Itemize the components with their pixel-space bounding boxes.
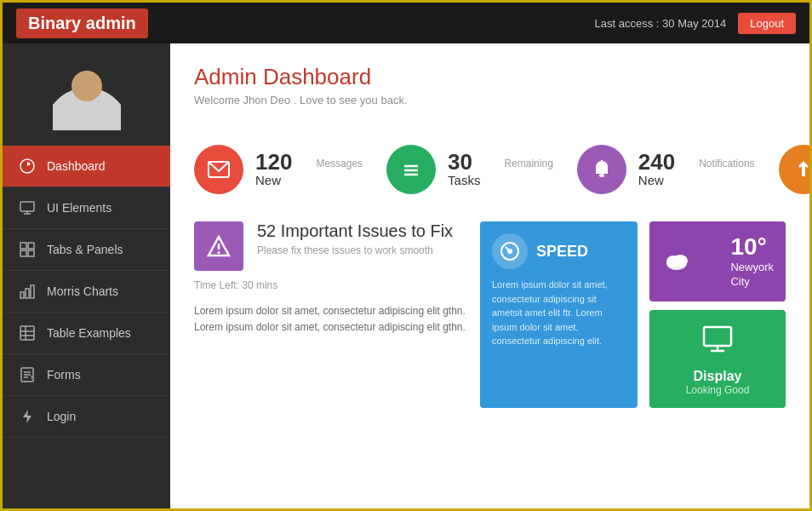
svg-rect-9 <box>20 250 26 256</box>
stat-orders: 3 Orders Pending <box>779 130 809 196</box>
speed-gauge-icon <box>492 233 528 269</box>
right-column: 10° Newyork City Display Looking Good <box>649 221 786 408</box>
sidebar-item-forms-label: Forms <box>47 368 81 382</box>
sidebar-item-dashboard[interactable]: Dashboard <box>3 146 170 187</box>
issue-subtitle: Please fix these issues to work smooth <box>257 244 453 256</box>
orders-icon-circle <box>779 145 809 194</box>
svg-rect-4 <box>20 202 34 211</box>
svg-rect-12 <box>26 289 29 298</box>
time-left: Time Left: 30 mins <box>194 279 468 291</box>
sidebar-item-forms[interactable]: Forms <box>3 354 170 396</box>
speed-header: SPEED <box>492 233 626 269</box>
dashboard-icon <box>18 157 37 175</box>
stat-messages-text: 120 New <box>255 151 292 187</box>
tabs-icon <box>18 240 37 259</box>
messages-icon-circle <box>194 145 243 194</box>
lightning-icon <box>18 407 37 426</box>
display-subtitle: Looking Good <box>686 384 750 396</box>
chart-icon <box>18 282 37 301</box>
issues-left: 52 Important Issues to Fix Please fix th… <box>194 221 468 408</box>
weather-icon <box>661 244 692 278</box>
page-title: Admin Dashboard <box>194 64 786 90</box>
sidebar-item-table-examples[interactable]: Table Examples <box>3 313 170 354</box>
header-right: Last access : 30 May 2014 Logout <box>595 13 796 34</box>
speed-title: SPEED <box>536 243 588 261</box>
messages-number: 120 <box>255 151 292 173</box>
issue-box: 52 Important Issues to Fix Please fix th… <box>194 221 468 271</box>
svg-point-37 <box>672 255 688 267</box>
display-monitor-icon <box>700 322 735 364</box>
speed-card: SPEED Lorem ipsum dolor sit amet, consec… <box>480 221 638 408</box>
weather-temp: 10° <box>730 233 774 261</box>
issue-warning-icon <box>194 221 243 271</box>
stat-tasks: 30 Tasks <box>386 130 504 196</box>
svg-rect-11 <box>20 292 24 298</box>
stat-tasks-text: 30 Tasks <box>448 151 480 187</box>
avatar <box>53 62 121 130</box>
messages-label: New <box>255 173 292 187</box>
stat-messages: 120 New <box>194 130 316 196</box>
issue-content: 52 Important Issues to Fix Please fix th… <box>257 221 453 256</box>
page-subtitle: Welcome Jhon Deo . Love to see you back. <box>194 94 786 106</box>
sidebar-item-dashboard-label: Dashboard <box>47 159 106 173</box>
weather-info: 10° Newyork City <box>730 233 774 290</box>
svg-rect-14 <box>20 326 34 340</box>
speed-body: Lorem ipsum dolor sit amet, consectetur … <box>492 278 626 348</box>
weather-city: Newyork City <box>730 261 774 290</box>
display-card: Display Looking Good <box>649 310 786 408</box>
svg-rect-38 <box>704 327 731 346</box>
messages-desc: Messages <box>316 130 386 196</box>
issue-title: 52 Important Issues to Fix <box>257 221 453 241</box>
svg-point-31 <box>218 251 220 254</box>
notif-desc: Notifications <box>699 130 778 196</box>
sidebar-item-tabs-panels[interactable]: Tabs & Panels <box>3 229 170 271</box>
notifications-icon-circle <box>577 145 626 194</box>
sidebar-item-ui-label: UI Elements <box>47 201 112 215</box>
sidebar-item-ui-elements[interactable]: UI Elements <box>3 187 170 229</box>
tasks-label: Tasks <box>448 173 480 187</box>
brand-logo: Binary admin <box>16 9 148 38</box>
header: Binary admin Last access : 30 May 2014 L… <box>3 3 809 43</box>
tasks-number: 30 <box>448 151 480 173</box>
svg-rect-10 <box>28 250 34 256</box>
tasks-desc: Remaining <box>504 130 576 196</box>
monitor-icon <box>18 198 37 217</box>
display-title: Display <box>694 369 742 384</box>
svg-rect-13 <box>31 285 34 298</box>
stat-notif-text: 240 New <box>638 151 675 187</box>
sidebar-item-table-label: Table Examples <box>47 326 131 340</box>
notif-number: 240 <box>638 151 675 173</box>
svg-rect-7 <box>20 243 26 249</box>
notif-label: New <box>638 173 675 187</box>
svg-point-1 <box>71 71 102 101</box>
sidebar-item-login[interactable]: Login <box>3 396 170 438</box>
avatar-area <box>3 43 170 146</box>
layout: Dashboard UI Elements Tabs & Panels Morr… <box>3 43 809 508</box>
sidebar: Dashboard UI Elements Tabs & Panels Morr… <box>3 43 170 508</box>
stat-notifications: 240 New <box>577 130 699 196</box>
forms-icon <box>18 365 37 384</box>
table-icon <box>18 324 37 342</box>
logout-button[interactable]: Logout <box>738 13 796 34</box>
svg-marker-22 <box>23 410 31 423</box>
svg-rect-8 <box>28 243 34 249</box>
tasks-icon-circle <box>386 145 436 194</box>
sidebar-item-morris-label: Morris Charts <box>47 284 118 298</box>
main-content: Admin Dashboard Welcome Jhon Deo . Love … <box>170 43 809 508</box>
issues-row: 52 Important Issues to Fix Please fix th… <box>194 221 786 408</box>
sidebar-item-login-label: Login <box>47 410 76 423</box>
weather-card: 10° Newyork City <box>649 221 786 301</box>
svg-point-28 <box>599 174 604 177</box>
stats-row: 120 New Messages 30 Tasks Remaining <box>194 130 786 196</box>
sidebar-item-morris-charts[interactable]: Morris Charts <box>3 271 170 313</box>
issue-body-text: Lorem ipsum dolor sit amet, consectetur … <box>194 303 468 336</box>
sidebar-item-tabs-label: Tabs & Panels <box>47 243 123 256</box>
last-access-text: Last access : 30 May 2014 <box>595 17 727 30</box>
